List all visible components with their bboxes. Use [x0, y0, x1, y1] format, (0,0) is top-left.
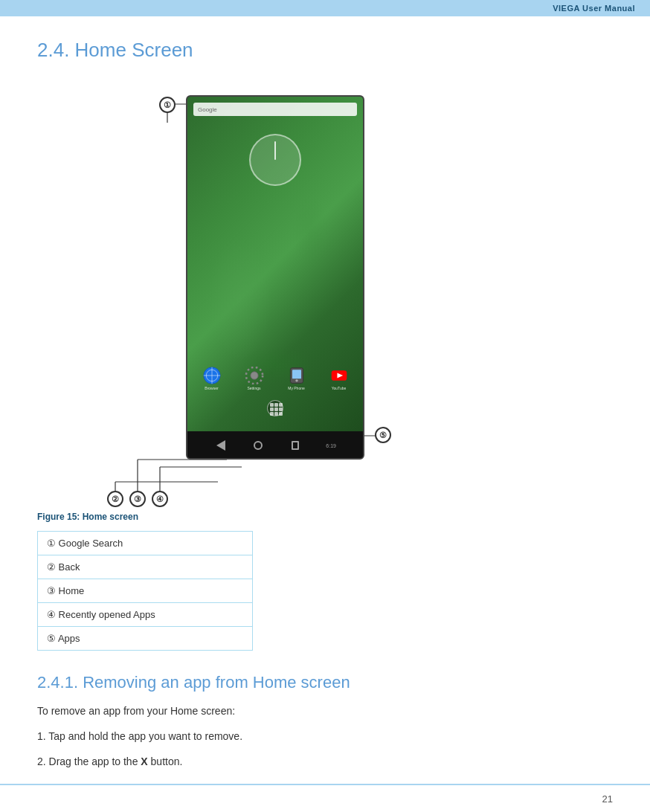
table-row: ② Back — [38, 555, 253, 579]
app-icon-browser: Browser — [200, 367, 224, 390]
table-cell: ② Back — [38, 555, 253, 579]
phone-search-bar: Google — [193, 103, 357, 116]
svg-point-17 — [295, 379, 297, 381]
table-cell: ⑤ Apps — [38, 627, 253, 651]
header-title: VIEGA User Manual — [553, 4, 635, 13]
app-label-settings: Settings — [247, 386, 260, 390]
table-row: ⑤ Apps — [38, 627, 253, 651]
clock-widget — [249, 134, 301, 186]
table-row: ③ Home — [38, 579, 253, 603]
phone-nav-bar: 6:19 — [187, 431, 363, 460]
marker-2: ② — [107, 491, 123, 507]
phone-time: 6:19 — [326, 443, 336, 448]
nav-back-icon — [214, 440, 228, 451]
main-content: 2.4. Home Screen ① Googl — [0, 16, 650, 800]
step2-text: 2. Drag the app to the X button. — [37, 753, 613, 771]
diagram-area: ① Google — [37, 80, 613, 497]
app-icon-youtube: YouTube — [327, 367, 351, 390]
app-label-youtube: YouTube — [332, 386, 347, 390]
app-label-browser: Browser — [205, 386, 218, 390]
marker-5: ⑤ — [375, 427, 391, 443]
app-label-myphone: My Phone — [288, 386, 305, 390]
apps-launcher-button — [267, 400, 283, 416]
header-bar: VIEGA User Manual — [0, 0, 650, 16]
table-cell: ④ Recently opened Apps — [38, 603, 253, 627]
table-row: ① Google Search — [38, 532, 253, 555]
svg-point-13 — [250, 372, 257, 379]
phone-search-text: Google — [198, 106, 217, 113]
app-icon-myphone: My Phone — [285, 367, 309, 390]
clock-hand — [274, 141, 276, 160]
section-heading: 2.4. Home Screen — [37, 39, 613, 62]
nav-home-icon — [251, 440, 265, 451]
phone-screen: Google Browse — [187, 97, 363, 431]
info-table: ① Google Search② Back③ Home④ Recently op… — [37, 531, 253, 651]
intro-text: To remove an app from your Home screen: — [37, 703, 613, 721]
marker-3: ③ — [129, 491, 146, 507]
table-cell: ① Google Search — [38, 532, 253, 555]
page-number: 21 — [602, 793, 613, 805]
figure-caption: Figure 15: Home screen — [37, 512, 613, 522]
nav-recent-icon — [289, 440, 302, 451]
phone-apps-row: Browser Settings — [190, 367, 360, 390]
marker-4: ④ — [152, 491, 168, 507]
svg-rect-16 — [292, 370, 301, 378]
app-icon-settings: Settings — [242, 367, 266, 390]
marker-1: ① — [159, 97, 176, 113]
apps-button-row — [267, 400, 283, 416]
phone-mockup: Google Browse — [186, 95, 364, 460]
footer: 21 — [0, 784, 650, 812]
table-cell: ③ Home — [38, 579, 253, 603]
step1-text: 1. Tap and hold the app you want to remo… — [37, 728, 613, 746]
table-row: ④ Recently opened Apps — [38, 603, 253, 627]
subsection-heading: 2.4.1. Removing an app from Home screen — [37, 673, 613, 692]
